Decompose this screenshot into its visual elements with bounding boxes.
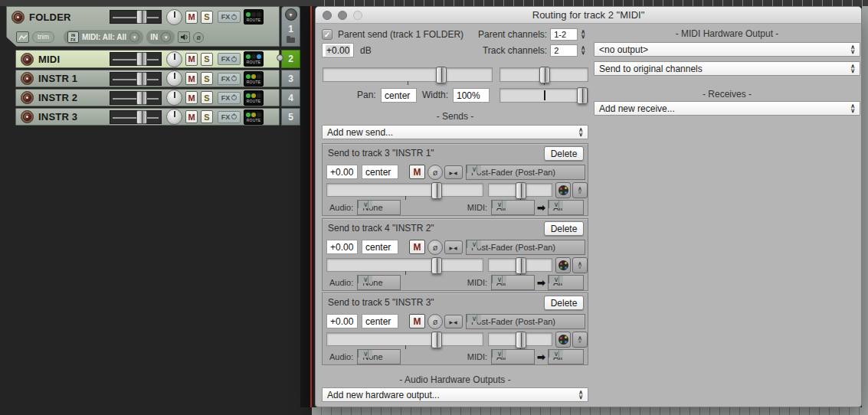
input-select-group[interactable]: IN ▼ [146, 30, 175, 44]
route-button[interactable]: ROUTE [244, 109, 264, 125]
slider-handle[interactable] [436, 67, 447, 83]
track-channel-button[interactable]: ∧tr [572, 182, 588, 198]
track-panel-instr2[interactable]: INSTR 2 M S FX ROUTE [15, 89, 280, 106]
parent-channels-value[interactable]: 1-2 [550, 28, 578, 41]
midi-din-button[interactable] [555, 332, 571, 348]
slider-handle[interactable] [431, 332, 442, 348]
slider-handle[interactable] [516, 257, 526, 274]
send-volume-slider[interactable] [326, 183, 483, 197]
track-channels-value[interactable]: 2 [550, 44, 578, 57]
solo-button[interactable]: S [201, 110, 213, 123]
audio-channel-dropdown[interactable]: None ∨ [357, 275, 401, 290]
solo-button[interactable]: S [201, 53, 213, 66]
add-new-hw-output-combo[interactable]: Add new hardware output... ∧∨ [322, 387, 588, 402]
envelope-icon[interactable] [16, 31, 29, 43]
send-mode-dropdown[interactable]: Post-Fader (Post-Pan) ∨ [466, 240, 585, 255]
record-arm-button[interactable] [21, 110, 34, 123]
record-arm-button[interactable] [21, 72, 34, 85]
timeline-ruler[interactable] [0, 0, 868, 6]
fader-handle[interactable] [136, 91, 147, 105]
phase-button[interactable]: ø [193, 32, 204, 43]
fader-handle[interactable] [136, 72, 147, 86]
send-mute-button[interactable]: M [409, 165, 425, 179]
mute-button[interactable]: M [185, 110, 198, 123]
mono-button[interactable]: ▶◀ [444, 165, 463, 179]
stepper-arrows-icon[interactable]: ∧∨ [581, 46, 585, 55]
parent-width-slider[interactable] [500, 88, 588, 103]
record-arm-button[interactable] [21, 91, 34, 104]
send-mode-dropdown[interactable]: Post-Fader (Post-Pan) ∨ [466, 165, 585, 180]
stepper-arrows-icon[interactable]: ∧∨ [581, 30, 585, 39]
track-name[interactable]: INSTR 2 [38, 92, 110, 103]
fx-button[interactable]: FX [218, 73, 241, 85]
parent-send-checkbox[interactable]: ✓ [322, 29, 332, 40]
track-number-cell-3[interactable]: 3 [281, 70, 300, 87]
parent-volume-slider[interactable] [323, 67, 493, 82]
mute-button[interactable]: M [185, 72, 198, 85]
send-volume-slider[interactable] [326, 258, 483, 272]
chevron-down-icon[interactable]: ▼ [129, 32, 139, 42]
track-number-cell-2[interactable]: 2 [281, 50, 300, 68]
add-new-receive-combo[interactable]: Add new receive... ∧∨ [594, 101, 860, 116]
pan-input[interactable]: center [381, 88, 417, 103]
monitor-speaker-button[interactable] [178, 31, 190, 43]
phase-button[interactable]: ø [427, 314, 443, 329]
parent-pan-slider[interactable] [500, 67, 588, 82]
solo-button[interactable]: S [201, 72, 213, 85]
record-arm-button[interactable] [21, 53, 34, 66]
fader-handle[interactable] [136, 110, 147, 124]
midi-source-dropdown[interactable]: All ∨ [491, 275, 535, 290]
solo-button[interactable]: S [201, 91, 213, 104]
fader-handle[interactable] [136, 52, 147, 66]
delete-button[interactable]: Delete [544, 221, 584, 236]
send-volume-input[interactable]: +0.00 [326, 314, 358, 328]
track-name[interactable]: FOLDER [29, 11, 110, 23]
slider-handle[interactable] [577, 87, 588, 104]
zoom-button[interactable] [353, 11, 362, 20]
fx-power-icon[interactable] [231, 114, 237, 119]
trim-button[interactable]: trim [32, 31, 54, 43]
send-volume-slider[interactable] [326, 332, 483, 346]
phase-button[interactable]: ø [427, 165, 443, 180]
midi-hw-mode-combo[interactable]: Send to original channels ∧∨ [594, 61, 860, 76]
midi-hw-output-combo[interactable]: <no output> ∧∨ [594, 42, 860, 57]
fx-power-icon[interactable] [231, 57, 237, 62]
track-name[interactable]: MIDI [38, 54, 110, 65]
slider-handle[interactable] [431, 182, 442, 199]
delete-button[interactable]: Delete [544, 146, 584, 161]
pan-knob[interactable] [166, 9, 182, 25]
solo-button[interactable]: S [201, 11, 213, 24]
chevron-down-icon[interactable]: ▼ [161, 32, 171, 42]
send-pan-slider[interactable] [488, 258, 552, 272]
slider-handle[interactable] [431, 257, 442, 274]
route-button[interactable]: ROUTE [244, 51, 264, 67]
fx-button[interactable]: FX [218, 53, 241, 65]
send-mute-button[interactable]: M [409, 314, 425, 328]
fx-power-icon[interactable] [231, 76, 237, 81]
midi-source-dropdown[interactable]: All ∨ [491, 349, 535, 364]
track-number-cell-5[interactable]: 5 [281, 108, 300, 126]
width-input[interactable]: 100% [453, 88, 490, 103]
window-titlebar[interactable]: Routing for track 2 "MIDI" [316, 7, 861, 24]
track-name[interactable]: INSTR 3 [38, 111, 110, 123]
send-volume-input[interactable]: +0.00 [326, 240, 358, 254]
send-pan-slider[interactable] [488, 183, 552, 197]
midi-input-group[interactable]: INFX MIDI: All: All ▼ [64, 30, 143, 44]
send-pan-input[interactable]: center [362, 240, 398, 254]
record-arm-button[interactable] [11, 11, 25, 24]
track-panel-instr1[interactable]: INSTR 1 M S FX ROUTE [15, 70, 280, 87]
pan-knob[interactable] [166, 90, 182, 106]
slider-handle[interactable] [539, 67, 550, 83]
fx-button[interactable]: FX [218, 111, 241, 123]
midi-din-button[interactable] [555, 257, 571, 273]
mute-button[interactable]: M [185, 53, 198, 66]
fx-power-icon[interactable] [231, 95, 237, 100]
delete-button[interactable]: Delete [544, 296, 584, 310]
send-pan-input[interactable]: center [362, 314, 398, 328]
io-dot[interactable] [277, 54, 283, 61]
add-new-send-combo[interactable]: Add new send... ∧∨ [322, 125, 588, 139]
parent-volume-input[interactable]: +0.00 [322, 43, 354, 57]
track-panel-midi[interactable]: MIDI M S FX ROUTE [15, 50, 280, 68]
send-pan-slider[interactable] [488, 332, 552, 346]
route-button[interactable]: ROUTE [244, 71, 264, 87]
